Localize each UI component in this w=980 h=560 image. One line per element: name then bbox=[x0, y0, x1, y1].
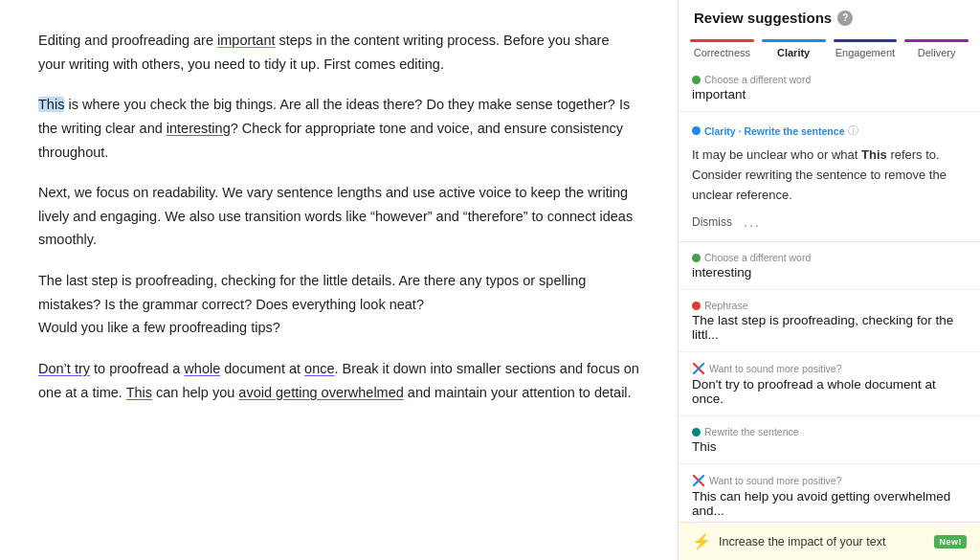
word-interesting[interactable]: interesting bbox=[167, 121, 231, 136]
word-once[interactable]: once bbox=[304, 361, 334, 376]
more-button[interactable]: ... bbox=[744, 214, 761, 230]
suggestion-positive-1-value: Don't try to proofread a whole document … bbox=[692, 377, 967, 406]
phrase-dont-try[interactable]: Don’t try bbox=[38, 361, 90, 376]
multicolor-icon-1 bbox=[692, 362, 705, 375]
suggestion-positive-1[interactable]: Want to sound more positive? Don't try t… bbox=[679, 352, 980, 416]
paragraph-1: Editing and proofreading are important s… bbox=[38, 29, 639, 76]
suggestion-positive-2-value: This can help you avoid getting overwhel… bbox=[692, 489, 967, 518]
suggestion-interesting[interactable]: Choose a different word interesting bbox=[679, 242, 980, 290]
tab-delivery-label: Delivery bbox=[918, 47, 956, 58]
tab-engagement[interactable]: Engagement bbox=[830, 34, 902, 64]
info-icon[interactable]: ⓘ bbox=[848, 123, 858, 138]
dot-teal-1 bbox=[692, 428, 701, 437]
editor-panel: Editing and proofreading are important s… bbox=[0, 0, 679, 560]
tab-delivery[interactable]: Delivery bbox=[901, 34, 972, 64]
phrase-avoid[interactable]: avoid getting overwhelmed bbox=[238, 385, 404, 400]
paragraph-4: The last step is proofreading, checking … bbox=[38, 269, 639, 340]
suggestion-rewrite-this[interactable]: Rewrite the sentence This bbox=[679, 416, 980, 464]
suggestion-rewrite-this-value: This bbox=[692, 439, 967, 454]
dot-blue-expanded bbox=[692, 126, 701, 135]
word-this-2[interactable]: This bbox=[126, 385, 152, 400]
tab-engagement-label: Engagement bbox=[835, 47, 895, 58]
tab-bar-correctness bbox=[690, 39, 754, 42]
suggestion-this-actions: Dismiss ... bbox=[692, 214, 967, 230]
suggestion-this-header: Clarity · Rewrite the sentence ⓘ bbox=[692, 123, 967, 138]
suggestion-this-expanded[interactable]: Clarity · Rewrite the sentence ⓘ It may … bbox=[679, 112, 980, 242]
bottom-bar[interactable]: ⚡ Increase the impact of your text New! bbox=[679, 522, 980, 560]
word-whole[interactable]: whole bbox=[184, 361, 220, 376]
tab-clarity[interactable]: Clarity bbox=[758, 34, 830, 64]
suggestion-rephrase-value: The last step is proofreading, checking … bbox=[692, 313, 967, 342]
tab-correctness[interactable]: Correctness bbox=[686, 34, 758, 64]
suggestion-interesting-label: Choose a different word bbox=[692, 252, 967, 263]
suggestion-rephrase[interactable]: Rephrase The last step is proofreading, … bbox=[679, 290, 980, 352]
suggestion-positive-2[interactable]: Want to sound more positive? This can he… bbox=[679, 464, 980, 522]
suggestion-this-body: It may be unclear who or what This refer… bbox=[692, 146, 967, 205]
tabs-row: Correctness Clarity Engagement Delivery bbox=[679, 26, 980, 64]
dismiss-button[interactable]: Dismiss bbox=[692, 215, 732, 229]
bottom-bar-label: Increase the impact of your text bbox=[719, 535, 885, 549]
suggestions-title: Review suggestions bbox=[694, 10, 832, 26]
tab-correctness-label: Correctness bbox=[694, 47, 750, 58]
suggestions-list: Choose a different word important Clarit… bbox=[679, 64, 980, 522]
tab-clarity-label: Clarity bbox=[777, 47, 810, 58]
suggestion-important[interactable]: Choose a different word important bbox=[679, 64, 980, 112]
paragraph-3: Next, we focus on readability. We vary s… bbox=[38, 181, 639, 252]
bolt-icon: ⚡ bbox=[692, 532, 711, 550]
paragraph-2: This is where you check the big things. … bbox=[38, 93, 639, 164]
dot-green-1 bbox=[692, 76, 701, 84]
suggestion-important-label: Choose a different word bbox=[692, 74, 967, 85]
multicolor-icon-2 bbox=[692, 474, 705, 487]
tab-bar-delivery bbox=[904, 39, 969, 42]
suggestion-rewrite-this-label: Rewrite the sentence bbox=[692, 426, 967, 437]
tab-bar-engagement bbox=[834, 39, 898, 42]
tab-bar-clarity bbox=[762, 39, 826, 42]
suggestion-rephrase-label: Rephrase bbox=[692, 300, 967, 311]
suggestion-positive-2-label: Want to sound more positive? bbox=[692, 474, 967, 487]
word-this-highlighted[interactable]: This bbox=[38, 97, 64, 112]
suggestions-panel: Review suggestions ? Correctness Clarity… bbox=[679, 0, 980, 560]
new-badge: New! bbox=[934, 535, 967, 549]
word-important[interactable]: important bbox=[217, 33, 275, 48]
paragraph-5: Don’t try to proofread a whole document … bbox=[38, 357, 639, 404]
clarity-rewrite-label: Clarity · Rewrite the sentence bbox=[704, 125, 844, 137]
suggestion-important-value: important bbox=[692, 87, 967, 101]
help-icon[interactable]: ? bbox=[837, 11, 853, 26]
suggestions-header: Review suggestions ? bbox=[679, 0, 980, 26]
suggestion-positive-1-label: Want to sound more positive? bbox=[692, 362, 967, 375]
suggestion-interesting-value: interesting bbox=[692, 265, 967, 280]
dot-green-2 bbox=[692, 254, 701, 262]
dot-red-1 bbox=[692, 302, 701, 310]
